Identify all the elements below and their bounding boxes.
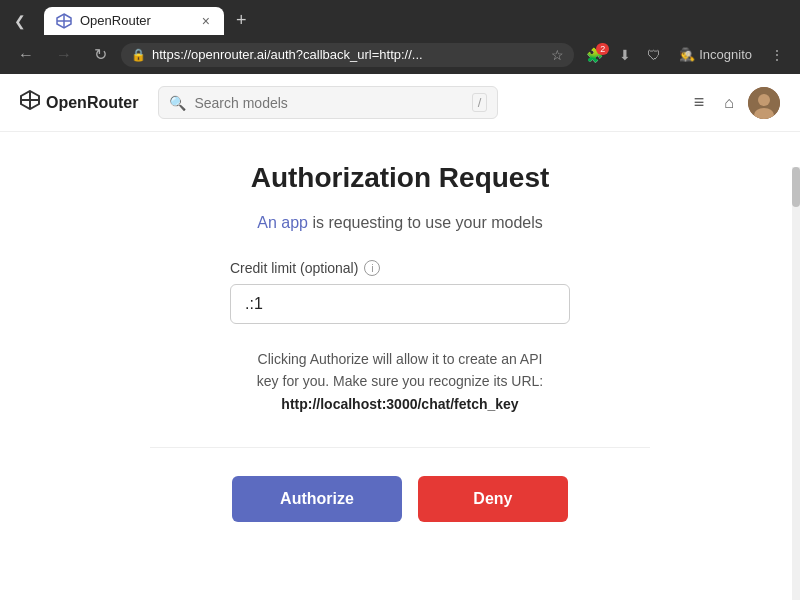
shield-icon: 🛡 [647, 47, 661, 63]
new-tab-button[interactable]: + [228, 6, 255, 35]
credit-limit-input[interactable] [230, 284, 570, 324]
back-button[interactable]: ← [10, 42, 42, 68]
page-header: OpenRouter 🔍 / ≡ ⌂ [0, 74, 800, 132]
subtitle-suffix: is requesting to use your models [308, 214, 543, 231]
divider [150, 447, 650, 448]
description-line1: Clicking Authorize will allow it to crea… [258, 351, 543, 367]
menu-icon: ⋮ [770, 47, 784, 63]
nav-bar: ← → ↻ 🔒 ☆ 🧩 2 ⬇ 🛡 🕵 Incognito ⋮ [0, 35, 800, 74]
logo[interactable]: OpenRouter [20, 90, 138, 115]
description-line2: key for you. Make sure you recognize its… [257, 373, 543, 389]
tab-title: OpenRouter [80, 13, 192, 28]
search-bar[interactable]: 🔍 / [158, 86, 498, 119]
scrollbar-track [792, 167, 800, 600]
tab-close-button[interactable]: × [200, 13, 212, 29]
search-input[interactable] [194, 95, 463, 111]
header-menu-button[interactable]: ≡ [688, 88, 711, 117]
lock-icon: 🔒 [131, 48, 146, 62]
main-content: Authorization Request An app is requesti… [0, 132, 800, 552]
header-actions: ≡ ⌂ [688, 87, 780, 119]
scrollbar-thumb[interactable] [792, 167, 800, 207]
svg-point-7 [758, 94, 770, 106]
profile-button[interactable]: 🛡 [641, 43, 667, 67]
authorize-button[interactable]: Authorize [232, 476, 402, 522]
header-home-button[interactable]: ⌂ [718, 90, 740, 116]
auth-title: Authorization Request [251, 162, 550, 194]
tab-bar: ❮ OpenRouter × + [0, 0, 800, 35]
tab-expand-button[interactable]: ❮ [8, 9, 32, 33]
app-link[interactable]: An app [257, 214, 308, 231]
browser-chrome: ❮ OpenRouter × + ← → ↻ 🔒 ☆ 🧩 [0, 0, 800, 74]
extensions-button[interactable]: 🧩 2 [580, 43, 609, 67]
auth-description: Clicking Authorize will allow it to crea… [257, 348, 543, 415]
downloads-button[interactable]: ⬇ [613, 43, 637, 67]
incognito-label: Incognito [699, 47, 752, 62]
search-icon: 🔍 [169, 95, 186, 111]
credit-label-text: Credit limit (optional) [230, 260, 358, 276]
url-input[interactable] [152, 47, 545, 62]
download-icon: ⬇ [619, 47, 631, 63]
credit-limit-section: Credit limit (optional) i [230, 260, 570, 324]
incognito-icon: 🕵 [679, 47, 695, 62]
page: OpenRouter 🔍 / ≡ ⌂ Authorization Request… [0, 74, 800, 581]
logo-icon [20, 90, 40, 115]
active-tab[interactable]: OpenRouter × [44, 7, 224, 35]
tab-favicon [56, 13, 72, 29]
forward-button[interactable]: → [48, 42, 80, 68]
menu-button[interactable]: ⋮ [764, 43, 790, 67]
tab-left-controls: ❮ [8, 9, 40, 33]
bookmark-icon[interactable]: ☆ [551, 47, 564, 63]
auth-subtitle: An app is requesting to use your models [257, 214, 543, 232]
avatar[interactable] [748, 87, 780, 119]
callback-url: http://localhost:3000/chat/fetch_key [281, 396, 518, 412]
search-shortcut: / [472, 93, 488, 112]
badge-count: 2 [596, 43, 609, 55]
nav-actions: 🧩 2 ⬇ 🛡 🕵 Incognito ⋮ [580, 43, 790, 67]
deny-button[interactable]: Deny [418, 476, 568, 522]
reload-button[interactable]: ↻ [86, 41, 115, 68]
info-icon[interactable]: i [364, 260, 380, 276]
button-row: Authorize Deny [232, 476, 568, 522]
address-bar[interactable]: 🔒 ☆ [121, 43, 574, 67]
credit-limit-label: Credit limit (optional) i [230, 260, 570, 276]
incognito-button[interactable]: 🕵 Incognito [671, 43, 760, 66]
logo-text: OpenRouter [46, 94, 138, 112]
